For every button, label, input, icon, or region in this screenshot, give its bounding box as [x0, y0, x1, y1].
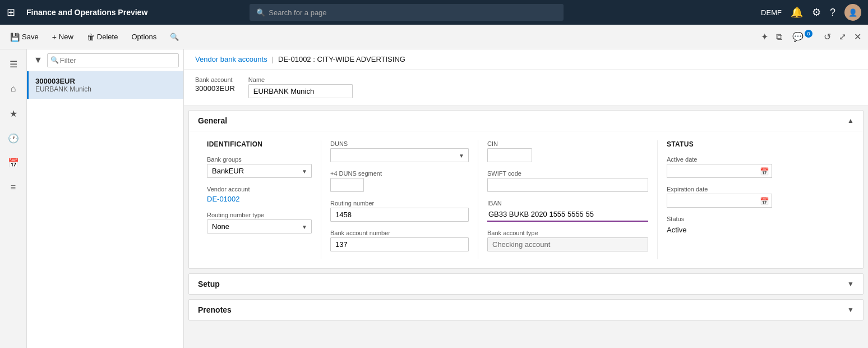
prenotes-section-header[interactable]: Prenotes ▼: [189, 300, 863, 320]
open-new-window-icon[interactable]: ⧉: [774, 30, 784, 44]
swift-group: SWIFT code: [487, 170, 648, 192]
search-input[interactable]: [269, 8, 557, 17]
personalize-icon[interactable]: ✦: [759, 29, 770, 44]
status-col: STATUS Active date 📅 Expiration date: [658, 140, 781, 259]
close-icon[interactable]: ✕: [852, 29, 864, 44]
prenotes-chevron-icon: ▼: [847, 306, 854, 314]
bank-account-number-group: Bank account number: [330, 230, 469, 251]
setup-section: Setup ▼: [188, 273, 864, 295]
iban-label: IBAN: [487, 200, 648, 207]
setup-section-header[interactable]: Setup ▼: [189, 274, 863, 294]
notification-icon[interactable]: 🔔: [791, 6, 803, 19]
app-title: Finance and Operations Preview: [26, 8, 147, 17]
active-date-input[interactable]: [667, 164, 772, 178]
routing-number-type-select[interactable]: None: [207, 219, 312, 233]
identification-heading: IDENTIFICATION: [207, 140, 312, 148]
duns-label: DUNS: [330, 140, 469, 147]
bank-account-type-group: Bank account type: [487, 230, 648, 251]
toolbar-search-button[interactable]: 🔍: [164, 30, 184, 43]
prenotes-section: Prenotes ▼: [188, 299, 864, 320]
sidebar-icon-menu[interactable]: ☰: [3, 54, 24, 74]
bank-account-label: Bank account: [195, 76, 235, 83]
iban-input[interactable]: [487, 208, 648, 222]
vendor-account-link[interactable]: DE-01002: [207, 195, 240, 203]
cin-input[interactable]: [487, 148, 532, 162]
general-section-title: General: [198, 116, 227, 125]
breadcrumb-parent[interactable]: Vendor bank accounts: [195, 55, 267, 63]
refresh-icon[interactable]: ↺: [821, 29, 833, 44]
delete-button[interactable]: 🗑 Delete: [81, 30, 124, 44]
swift-input[interactable]: [487, 178, 648, 192]
status-heading: STATUS: [667, 140, 772, 148]
filter-button[interactable]: ▼: [31, 53, 45, 67]
status-value-group: Status Active: [667, 216, 772, 236]
message-count-badge: 0: [805, 30, 812, 38]
sidebar-icons: ☰ ⌂ ★ 🕐 📅 ≡: [0, 49, 27, 348]
sidebar-icon-modules[interactable]: ≡: [3, 177, 24, 198]
expiration-date-input[interactable]: [667, 194, 772, 208]
message-icon[interactable]: 💬: [790, 30, 806, 44]
sidebar-icon-workspaces[interactable]: 📅: [3, 153, 24, 173]
duns-select[interactable]: [330, 148, 469, 162]
bank-account-number-input[interactable]: [330, 237, 469, 251]
help-icon[interactable]: ?: [830, 7, 835, 19]
routing-number-input[interactable]: [330, 208, 469, 222]
general-grid: IDENTIFICATION Bank groups BankEUR ▼: [198, 140, 854, 259]
active-date-calendar-icon[interactable]: 📅: [760, 167, 769, 175]
swift-label: SWIFT code: [487, 170, 648, 177]
delete-icon: 🗑: [87, 33, 95, 42]
toolbar-right: ✦ ⧉ 💬 0 ↺ ⤢ ✕: [759, 29, 864, 44]
expiration-date-wrap: 📅: [667, 194, 772, 208]
plus4-duns-label: +4 DUNS segment: [330, 170, 469, 177]
general-section-header[interactable]: General ▲: [189, 111, 863, 131]
grid-icon[interactable]: ⊞: [7, 6, 15, 19]
plus4-duns-input[interactable]: [330, 178, 364, 192]
maximize-icon[interactable]: ⤢: [837, 29, 848, 44]
sidebar-icon-favorites[interactable]: ★: [3, 103, 24, 123]
bank-groups-label: Bank groups: [207, 156, 312, 163]
bank-groups-select[interactable]: BankEUR: [207, 164, 312, 178]
sidebar-icon-recent[interactable]: 🕐: [3, 128, 24, 148]
new-icon: +: [52, 33, 57, 42]
search-icon: 🔍: [256, 8, 265, 17]
avatar[interactable]: 👤: [844, 4, 861, 21]
save-icon: 💾: [10, 33, 20, 42]
plus4-duns-group: +4 DUNS segment: [330, 170, 469, 192]
list-item[interactable]: 300003EUR EURBANK Munich: [27, 71, 183, 99]
general-section-body: IDENTIFICATION Bank groups BankEUR ▼: [189, 131, 863, 268]
routing-number-type-select-wrap: None ▼: [207, 219, 312, 233]
top-nav-right: DEMF 🔔 ⚙ ? 👤: [761, 4, 861, 21]
bank-groups-group: Bank groups BankEUR ▼: [207, 156, 312, 178]
content-area: Vendor bank accounts | DE-01002 : CITY-W…: [184, 49, 868, 348]
save-button[interactable]: 💾 Save: [4, 30, 44, 44]
user-label: DEMF: [761, 8, 782, 17]
breadcrumb-current: DE-01002 : CITY-WIDE ADVERTISING: [278, 55, 405, 63]
expiration-date-calendar-icon[interactable]: 📅: [760, 196, 769, 205]
routing-number-type-label: Routing number type: [207, 212, 312, 218]
name-input[interactable]: [248, 84, 353, 98]
setup-chevron-icon: ▼: [847, 280, 854, 288]
status-label: Status: [667, 216, 772, 222]
bank-groups-select-wrap: BankEUR ▼: [207, 164, 312, 178]
options-button[interactable]: Options: [126, 30, 162, 43]
filter-input[interactable]: [47, 53, 179, 67]
sidebar-icon-home[interactable]: ⌂: [3, 79, 24, 99]
notification-badge-wrap: 💬 0: [788, 29, 818, 44]
settings-icon[interactable]: ⚙: [812, 6, 821, 19]
bank-account-value: 300003EUR: [195, 84, 235, 93]
routing-number-group: Routing number: [330, 200, 469, 222]
identification-col: IDENTIFICATION Bank groups BankEUR ▼: [198, 140, 321, 259]
prenotes-section-title: Prenotes: [198, 305, 232, 314]
expiration-date-group: Expiration date 📅: [667, 186, 772, 208]
toolbar: 💾 Save + New 🗑 Delete Options 🔍 ✦ ⧉ 💬 0 …: [0, 25, 868, 49]
search-bar[interactable]: 🔍: [250, 4, 564, 21]
top-navbar: ⊞ Finance and Operations Preview 🔍 DEMF …: [0, 0, 868, 25]
iban-group: IBAN: [487, 200, 648, 222]
bank-account-type-label: Bank account type: [487, 230, 648, 236]
new-button[interactable]: + New: [47, 30, 79, 44]
main-layout: ☰ ⌂ ★ 🕐 📅 ≡ ▼ 🔍 300003EUR EURBANK Munich…: [0, 49, 868, 348]
identification-heading-group: IDENTIFICATION: [207, 140, 312, 148]
breadcrumb: Vendor bank accounts | DE-01002 : CITY-W…: [184, 49, 868, 70]
name-label: Name: [248, 76, 353, 83]
duns-col: DUNS ▼ +4 DUNS segment: [321, 140, 478, 259]
